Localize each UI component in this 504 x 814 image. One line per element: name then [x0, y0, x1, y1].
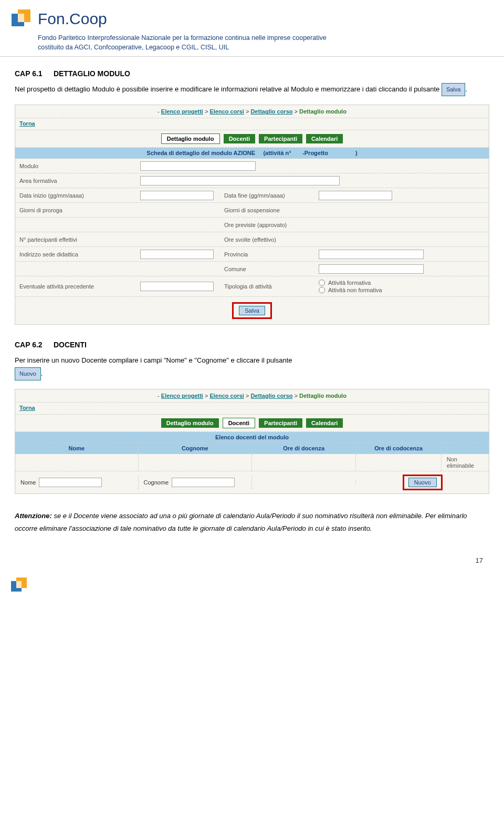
input-nome[interactable] — [39, 478, 102, 487]
label-data-fine: Data fine (gg/mm/aaaa) — [220, 188, 314, 202]
input-indirizzo[interactable] — [140, 250, 214, 259]
breadcrumb: - Elenco progetti > Elenco corsi > Detta… — [15, 105, 489, 118]
scheda-right: -Progetto — [302, 150, 328, 156]
bc-elenco-progetti[interactable]: Elenco progetti — [161, 108, 203, 115]
col-cognome: Cognome — [139, 443, 252, 454]
label-modulo: Modulo — [15, 159, 136, 173]
cap-6-1-title: CAP 6.1 DETTAGLIO MODULO — [15, 69, 489, 78]
select-comune[interactable] — [319, 264, 424, 274]
radio2-label: Attività non formativa — [328, 287, 382, 293]
radio-attivita-non-formativa[interactable]: Attività non formativa — [319, 287, 426, 293]
nuovo-button-inline[interactable]: Nuovo — [15, 367, 41, 380]
breadcrumb-2: - Elenco progetti > Elenco corsi > Detta… — [15, 389, 489, 403]
tab-dettaglio-modulo[interactable]: Dettaglio modulo — [161, 133, 220, 144]
tab-docenti[interactable]: Docenti — [224, 134, 255, 143]
label-giorni-sosp: Giorni di sospensione — [220, 203, 314, 217]
label-ore-previste: Ore previste (approvato) — [220, 218, 314, 232]
intro-6-1-text: Nel prospetto di dettaglio Modulo è poss… — [15, 85, 442, 93]
docenti-table-row: Non eliminabile — [15, 454, 489, 471]
bc-sep2: > — [246, 108, 250, 115]
col-ore-docenza: Ore di docenza — [252, 443, 356, 454]
dettaglio-modulo-panel: - Elenco progetti > Elenco corsi > Detta… — [15, 105, 489, 325]
bc-sep3: > — [295, 108, 299, 115]
bc2-dettaglio-corso[interactable]: Dettaglio corso — [250, 393, 292, 399]
logo-text: Fon.Coop — [38, 10, 107, 28]
select-provincia[interactable] — [319, 250, 424, 259]
salva-button[interactable]: Salva — [239, 306, 265, 315]
foncoop-logo-icon — [8, 6, 34, 32]
input-data-inizio[interactable] — [140, 191, 214, 200]
header-subtitle: Fondo Paritetico Interprofessionale Nazi… — [38, 34, 496, 52]
label-provincia: Provincia — [220, 247, 314, 261]
salva-highlight-box: Salva — [232, 302, 272, 319]
docenti-panel: - Elenco progetti > Elenco corsi > Detta… — [15, 389, 489, 494]
select-area-formativa[interactable] — [140, 176, 340, 186]
col-nome: Nome — [15, 443, 139, 454]
label-data-inizio: Data inizio (gg/mm/aaaa) — [15, 188, 136, 202]
intro-6-2-text: Per inserire un nuovo Docente compilare … — [15, 356, 292, 364]
radio-icon — [319, 287, 325, 293]
scheda-header: Scheda di dettaglio del modulo AZIONE (a… — [15, 148, 489, 159]
cap-6-2-title: CAP 6.2 DOCENTI — [15, 341, 489, 349]
cap-6-2-number: CAP 6.2 — [15, 341, 51, 349]
torna-link-2[interactable]: Torna — [15, 403, 489, 415]
non-eliminabile: Non eliminabile — [442, 454, 489, 471]
bc-current: Dettaglio modulo — [299, 108, 346, 115]
bc2-sep2: > — [246, 393, 250, 399]
radio-icon — [319, 280, 325, 286]
salva-button-inline[interactable]: Salva — [442, 83, 466, 96]
tab2-docenti[interactable]: Docenti — [223, 418, 255, 428]
nuovo-button[interactable]: Nuovo — [408, 478, 437, 487]
tab-partecipanti[interactable]: Partecipanti — [259, 134, 302, 143]
input-cognome[interactable] — [172, 478, 235, 487]
tabs: Dettaglio modulo Docenti Partecipanti Ca… — [15, 130, 489, 148]
tab2-partecipanti[interactable]: Partecipanti — [259, 418, 302, 428]
bc-dettaglio-corso[interactable]: Dettaglio corso — [250, 108, 292, 115]
label-area: Area formativa — [15, 173, 136, 188]
torna-link[interactable]: Torna — [15, 118, 489, 130]
label-cognome-input: Cognome — [144, 479, 169, 486]
cap-6-1-intro: Nel prospetto di dettaglio Modulo è poss… — [15, 83, 489, 96]
intro-6-2-after: . — [41, 369, 43, 377]
bc2-prefix: - — [158, 393, 161, 399]
nuovo-highlight-box: Nuovo — [403, 475, 443, 490]
label-tipologia: Tipologia di attività — [220, 276, 314, 296]
tabs-2: Dettaglio modulo Docenti Partecipanti Ca… — [15, 415, 489, 432]
label-ore-svolte: Ore svolte (effettivo) — [220, 232, 314, 246]
bc2-elenco-progetti[interactable]: Elenco progetti — [161, 393, 203, 399]
scheda-close: ) — [355, 150, 358, 156]
bc2-sep3: > — [295, 393, 299, 399]
scheda-left: Scheda di dettaglio del modulo AZIONE — [146, 150, 255, 156]
input-data-fine[interactable] — [319, 191, 392, 200]
page-header: Fon.Coop Fondo Paritetico Interprofessio… — [0, 0, 504, 57]
attention-text: se e il Docente viene associato ad una o… — [15, 512, 467, 533]
subtitle-line2: costituito da AGCI, Confcooperative, Leg… — [38, 43, 496, 53]
label-indirizzo: Indirizzo sede didattica — [15, 247, 136, 261]
tab2-calendari[interactable]: Calendari — [306, 418, 343, 428]
svg-rect-5 — [16, 581, 22, 588]
cap-6-1-number: CAP 6.1 — [15, 69, 51, 78]
bc-elenco-corsi[interactable]: Elenco corsi — [209, 108, 244, 115]
label-n-partecipanti: N° partecipanti effettivi — [15, 232, 136, 246]
elenco-docenti-header: Elenco docenti del modulo — [15, 432, 489, 443]
input-modulo[interactable] — [140, 161, 256, 171]
footer-logo-icon — [0, 575, 504, 603]
label-giorni-proroga: Giorni di proroga — [15, 203, 136, 217]
cap-6-2-intro: Per inserire un nuovo Docente compilare … — [15, 354, 489, 380]
col-ore-codocenza: Ore di codocenza — [356, 443, 441, 454]
svg-rect-2 — [18, 14, 24, 22]
cap-6-1-name: DETTAGLIO MODULO — [54, 69, 130, 78]
bc2-elenco-corsi[interactable]: Elenco corsi — [209, 393, 244, 399]
subtitle-line1: Fondo Paritetico Interprofessionale Nazi… — [38, 34, 496, 43]
bc2-current: Dettaglio modulo — [299, 393, 346, 399]
attention-paragraph: Attenzione: se e il Docente viene associ… — [15, 510, 489, 535]
tab-calendari[interactable]: Calendari — [306, 134, 343, 143]
radio1-label: Attività formativa — [328, 280, 371, 286]
page-number: 17 — [0, 535, 504, 575]
radio-attivita-formativa[interactable]: Attività formativa — [319, 280, 426, 286]
input-eventuale[interactable] — [140, 282, 214, 291]
intro-6-1-after: . — [465, 85, 467, 93]
docenti-table-header: Nome Cognome Ore di docenza Ore di codoc… — [15, 443, 489, 454]
tab2-dettaglio-modulo[interactable]: Dettaglio modulo — [161, 418, 219, 428]
scheda-mid: (attività n° — [263, 150, 291, 156]
